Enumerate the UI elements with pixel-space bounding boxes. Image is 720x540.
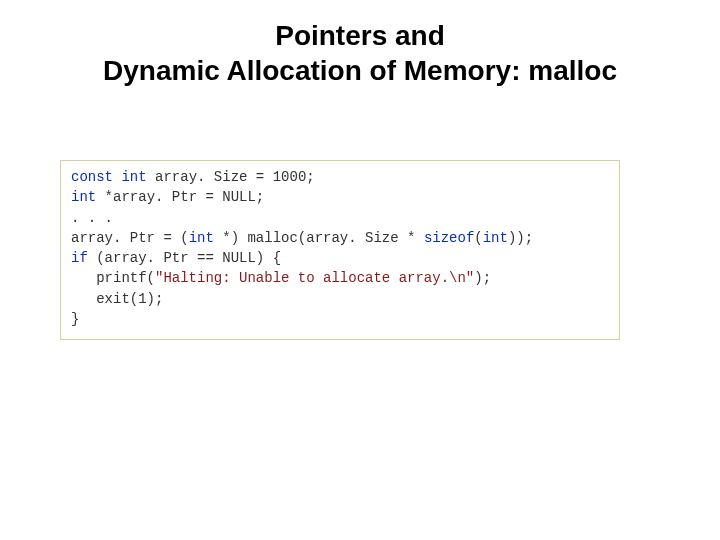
code-text: ; <box>306 169 314 185</box>
code-text: *) malloc(array. Size * <box>214 230 424 246</box>
code-text: ( <box>474 230 482 246</box>
title-line-2: Dynamic Allocation of Memory: malloc <box>0 53 720 88</box>
code-box: const int array. Size = 1000; int *array… <box>60 160 620 340</box>
keyword-int: int <box>483 230 508 246</box>
code-text: *array. Ptr = NULL; <box>96 189 264 205</box>
code-number: 1000 <box>273 169 307 185</box>
keyword-const: const <box>71 169 113 185</box>
keyword-sizeof: sizeof <box>424 230 474 246</box>
code-text: array. Ptr = ( <box>71 230 189 246</box>
string-literal: "Halting: Unable to allocate array.\n" <box>155 270 474 286</box>
code-line-6: printf("Halting: Unable to allocate arra… <box>71 270 491 286</box>
code-line-1: const int array. Size = 1000; <box>71 169 315 185</box>
code-line-2: int *array. Ptr = NULL; <box>71 189 264 205</box>
code-line-3: . . . <box>71 210 113 226</box>
keyword-if: if <box>71 250 88 266</box>
title-line-1: Pointers and <box>0 18 720 53</box>
code-text: (array. Ptr == NULL) { <box>88 250 281 266</box>
code-text: )); <box>508 230 533 246</box>
keyword-int: int <box>71 189 96 205</box>
code-line-7: exit(1); <box>71 291 163 307</box>
slide-title: Pointers and Dynamic Allocation of Memor… <box>0 0 720 88</box>
code-text: array. Size = <box>147 169 273 185</box>
code-text: printf( <box>71 270 155 286</box>
keyword-int: int <box>189 230 214 246</box>
slide: Pointers and Dynamic Allocation of Memor… <box>0 0 720 540</box>
code-line-4: array. Ptr = (int *) malloc(array. Size … <box>71 230 533 246</box>
code-line-8: } <box>71 311 79 327</box>
code-text: ); <box>474 270 491 286</box>
code-line-5: if (array. Ptr == NULL) { <box>71 250 281 266</box>
keyword-int: int <box>121 169 146 185</box>
code-block: const int array. Size = 1000; int *array… <box>71 167 609 329</box>
